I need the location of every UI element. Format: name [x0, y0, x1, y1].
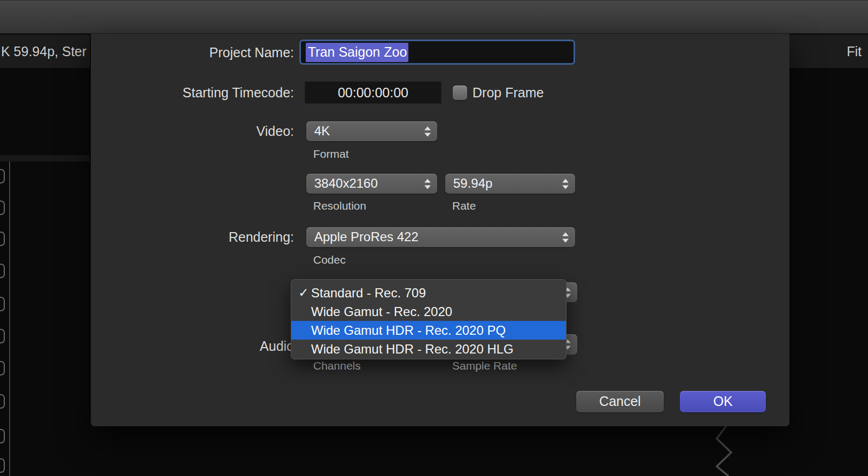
project-name-selected-text: Tran Saigon Zoo — [306, 43, 408, 62]
clip-edge-icon — [0, 361, 5, 375]
chevron-up-down-icon — [562, 179, 569, 189]
menu-item-label: Wide Gamut HDR - Rec. 2020 PQ — [311, 323, 506, 337]
clip-edge-icon — [0, 429, 5, 443]
menu-item-wide-gamut-hdr-rec2020-pq[interactable]: Wide Gamut HDR - Rec. 2020 PQ — [291, 321, 566, 340]
fcp-screen: K 59.94p, Ster Fit Project Name: Tran Sa… — [0, 0, 868, 476]
video-label: Video: — [91, 123, 294, 139]
video-rate-popup[interactable]: 59.94p — [445, 174, 575, 194]
timeline-divider — [0, 155, 90, 162]
clip-edge-icon — [0, 458, 5, 473]
format-caption: Format — [313, 147, 349, 161]
chevron-up-down-icon — [424, 179, 431, 189]
drop-frame-label: Drop Frame — [472, 85, 544, 101]
clip-edge-icon — [0, 394, 5, 409]
clip-edge-icon — [0, 232, 5, 246]
cancel-button[interactable]: Cancel — [576, 391, 664, 412]
starting-timecode-input[interactable]: 00:00:00:00 — [305, 81, 441, 104]
video-resolution-popup[interactable]: 3840x2160 — [306, 174, 437, 194]
timeline-edge-line — [9, 162, 10, 476]
ok-button[interactable]: OK — [680, 391, 766, 412]
clip-edge-icon — [0, 201, 5, 215]
clip-edge-icon — [0, 169, 5, 183]
menu-item-standard-rec709[interactable]: ✓ Standard - Rec. 709 — [291, 283, 566, 302]
color-space-menu: ✓ Standard - Rec. 709 Wide Gamut - Rec. … — [291, 279, 567, 359]
menu-item-wide-gamut-hdr-rec2020-hlg[interactable]: Wide Gamut HDR - Rec. 2020 HLG — [291, 340, 566, 358]
video-rate-value: 59.94p — [453, 176, 492, 190]
app-toolbar — [0, 0, 868, 34]
chevron-up-down-icon — [562, 232, 569, 242]
fit-zoom-label[interactable]: Fit — [847, 44, 862, 59]
project-name-label: Project Name: — [91, 44, 294, 60]
sample-rate-caption: Sample Rate — [452, 359, 517, 373]
video-format-popup[interactable]: 4K — [306, 121, 437, 141]
project-info-text: K 59.94p, Ster — [1, 44, 87, 59]
drop-frame-checkbox[interactable] — [453, 86, 467, 100]
video-resolution-value: 3840x2160 — [314, 176, 378, 190]
clip-edge-icon — [0, 264, 5, 278]
project-settings-dialog: Project Name: Tran Saigon Zoo Starting T… — [91, 34, 789, 426]
resolution-caption: Resolution — [313, 199, 366, 213]
menu-item-label: Wide Gamut - Rec. 2020 — [311, 304, 452, 319]
menu-item-wide-gamut-rec2020[interactable]: Wide Gamut - Rec. 2020 — [291, 302, 566, 321]
clip-edge-icon — [0, 329, 5, 343]
rendering-codec-value: Apple ProRes 422 — [314, 229, 418, 244]
rate-caption: Rate — [452, 199, 476, 213]
chevron-up-down-icon — [424, 126, 431, 136]
viewer-zoom-bar: Fit — [789, 35, 868, 68]
audio-label: Audio — [91, 338, 294, 354]
project-info-bar: K 59.94p, Ster — [0, 35, 90, 68]
video-format-value: 4K — [314, 124, 330, 138]
starting-timecode-label: Starting Timecode: — [91, 85, 294, 101]
rendering-label: Rendering: — [91, 229, 294, 245]
menu-item-label: Wide Gamut HDR - Rec. 2020 HLG — [311, 342, 514, 356]
clip-edge-icon — [0, 297, 5, 311]
checkmark-icon: ✓ — [297, 283, 310, 302]
codec-caption: Codec — [313, 253, 346, 267]
project-name-input[interactable]: Tran Saigon Zoo — [299, 40, 575, 65]
rendering-codec-popup[interactable]: Apple ProRes 422 — [306, 227, 575, 247]
channels-caption: Channels — [313, 359, 361, 373]
menu-item-label: Standard - Rec. 709 — [311, 286, 426, 300]
